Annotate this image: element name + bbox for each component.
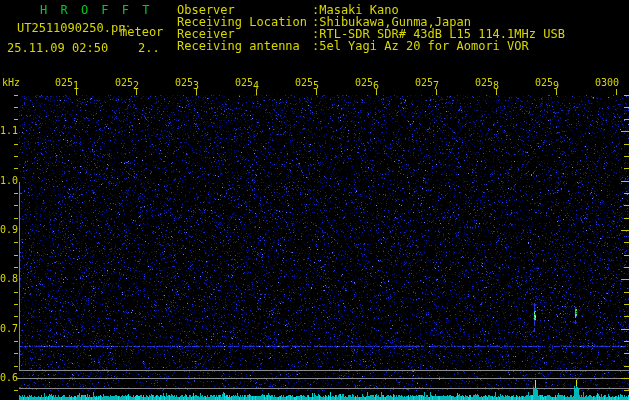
x-axis-label: 0252 <box>115 78 139 88</box>
hrofft-screen: H R O F F T UT2511090250.pn .. meteor 25… <box>0 0 629 400</box>
y-axis-unit: kHz <box>2 78 20 88</box>
file-name: UT2511090250.pn <box>17 22 125 34</box>
y-axis-label: 0.7 <box>0 324 16 334</box>
counter: 2.. <box>138 42 160 54</box>
x-axis-label: 0256 <box>355 78 379 88</box>
x-axis-label: 0253 <box>175 78 199 88</box>
app-title: H R O F F T <box>40 4 152 16</box>
x-axis-label: 0254 <box>235 78 259 88</box>
x-axis-label: 0257 <box>415 78 439 88</box>
field-value: :5el Yagi Az 20 for Aomori VOR <box>312 40 529 52</box>
y-axis-label: 0.6 <box>0 373 16 383</box>
datetime: 25.11.09 02:50 <box>7 42 108 54</box>
y-axis-label: 1.1 <box>0 126 16 136</box>
x-axis-label: 0300 <box>595 78 619 88</box>
y-axis-label: 1.0 <box>0 176 16 186</box>
x-axis-label: 0259 <box>535 78 559 88</box>
x-axis-label: 0251 <box>55 78 79 88</box>
x-axis-label: 0258 <box>475 78 499 88</box>
y-axis-label: 0.9 <box>0 225 16 235</box>
spectrogram-canvas <box>0 0 629 400</box>
y-axis-label: 0.8 <box>0 274 16 284</box>
field-label: Receiving antenna <box>177 40 300 52</box>
x-axis-label: 0255 <box>295 78 319 88</box>
file-overlay-label: meteor <box>120 26 163 38</box>
